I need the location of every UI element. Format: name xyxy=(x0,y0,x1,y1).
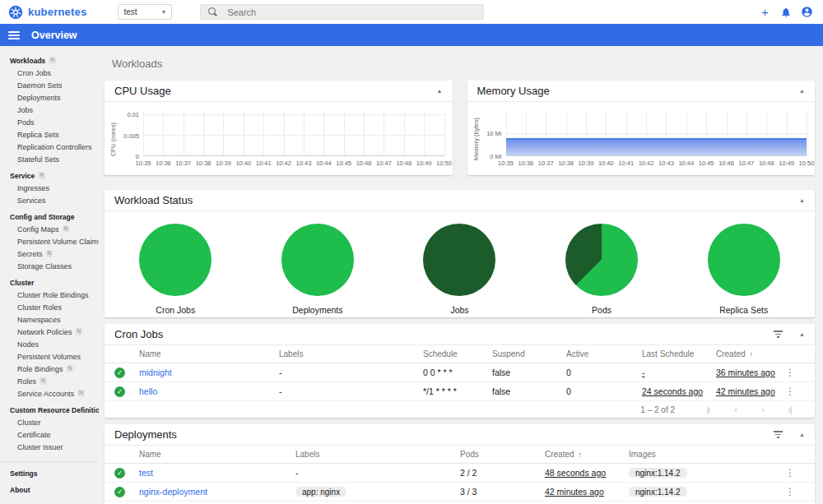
collapse-icon[interactable]: ▲ xyxy=(799,88,805,94)
sidebar-item-config-maps[interactable]: Config MapsN xyxy=(0,223,99,235)
deployments-column-pods[interactable]: Pods xyxy=(460,450,545,459)
deployments-column-name[interactable]: Name xyxy=(139,450,295,459)
sidebar-section-service[interactable]: ServiceN xyxy=(0,169,99,182)
collapse-icon[interactable]: ▲ xyxy=(437,88,443,94)
sidebar-item-stateful-sets[interactable]: Stateful Sets xyxy=(0,153,99,165)
deployments-column-created[interactable]: Created↑ xyxy=(545,450,629,459)
sidebar-item-replica-sets[interactable]: Replica Sets xyxy=(0,128,99,141)
deployments-column-labels[interactable]: Labels xyxy=(295,450,460,459)
gridline-horizontal xyxy=(143,135,444,136)
cronjobs-column-active[interactable]: Active xyxy=(566,349,642,358)
kebab-menu-icon[interactable]: ⋮ xyxy=(785,386,795,397)
x-tick-label: 10:49 xyxy=(416,160,432,167)
x-tick-label: 10:42 xyxy=(276,160,291,167)
success-check-icon: ✓ xyxy=(114,368,125,378)
sidebar-item-about[interactable]: About xyxy=(0,483,99,496)
sidebar-section-config-and-storage[interactable]: Config and Storage xyxy=(0,210,99,223)
cronjobs-column-labels[interactable]: Labels xyxy=(279,349,423,358)
sidebar-item-jobs[interactable]: Jobs xyxy=(0,104,99,116)
resource-name-link[interactable]: hello xyxy=(139,386,157,396)
previous-page-icon[interactable]: ‹ xyxy=(722,405,749,414)
sidebar-item-secrets[interactable]: SecretsN xyxy=(0,247,99,260)
cronjobs-column-suspend[interactable]: Suspend xyxy=(492,349,566,358)
namespace-select[interactable]: test ▼ xyxy=(118,4,172,20)
sidebar-item-persistent-volumes[interactable]: Persistent Volumes xyxy=(0,350,99,363)
sidebar-item-service-accounts[interactable]: Service AccountsN xyxy=(0,387,99,400)
sidebar-item-cluster-role-bindings[interactable]: Cluster Role Bindings xyxy=(0,289,99,301)
sidebar-item-cron-jobs[interactable]: Cron Jobs xyxy=(0,67,99,79)
filter-icon[interactable] xyxy=(774,431,783,438)
gridline-vertical xyxy=(344,110,345,155)
sidebar-item-cluster[interactable]: Cluster xyxy=(0,416,99,428)
sidebar-item-replication-controllers[interactable]: Replication Controllers xyxy=(0,141,99,153)
workload-pie-replica-sets: Replica Sets xyxy=(672,224,815,315)
deployment-row-test: ✓test-2 / 248 seconds agonginx:1.14.2⋮ xyxy=(105,464,815,483)
last-page-icon[interactable]: ›| xyxy=(776,405,803,414)
y-tick-label: 0.005 xyxy=(123,132,139,139)
column-label: Name xyxy=(139,450,161,459)
sidebar-item-daemon-sets[interactable]: Daemon Sets xyxy=(0,79,99,91)
schedule-cell: */1 * * * * xyxy=(423,386,492,396)
cronjobs-column-last-schedule[interactable]: Last Schedule xyxy=(642,349,716,358)
actions-cell: ⋮ xyxy=(785,367,805,378)
collapse-icon[interactable]: ▲ xyxy=(799,197,805,203)
sidebar-item-persistent-volume-claims[interactable]: Persistent Volume ClaimsN xyxy=(0,235,99,247)
sidebar-item-ingresses[interactable]: Ingresses xyxy=(0,182,99,194)
suspend-cell: false xyxy=(492,368,566,377)
pods-cell: 2 / 2 xyxy=(460,468,545,478)
pie-label: Cron Jobs xyxy=(105,305,247,315)
created-cell: 36 minutes ago xyxy=(716,368,785,377)
filter-icon[interactable] xyxy=(774,331,783,338)
sidebar-item-deployments[interactable]: Deployments xyxy=(0,91,99,104)
sidebar-nav: WorkloadsNCron JobsDaemon SetsDeployment… xyxy=(0,46,99,504)
last-schedule-cell: 24 seconds ago xyxy=(642,386,716,396)
sidebar-section-custom-resource-definitions[interactable]: Custom Resource Definitions xyxy=(0,404,99,416)
sidebar-item-role-bindings[interactable]: Role BindingsN xyxy=(0,363,99,375)
sidebar-item-cluster-issuer[interactable]: Cluster Issuer xyxy=(0,441,99,453)
sidebar-item-roles[interactable]: RolesN xyxy=(0,375,99,387)
sidebar-divider xyxy=(0,461,99,462)
resource-name-link[interactable]: test xyxy=(139,468,153,478)
first-page-icon[interactable]: |‹ xyxy=(695,405,722,414)
created-cell: 42 minutes ago xyxy=(545,487,629,497)
sidebar-item-storage-classes[interactable]: Storage Classes xyxy=(0,260,99,272)
collapse-icon[interactable]: ▲ xyxy=(799,331,805,337)
sidebar-item-label: Nodes xyxy=(17,340,39,349)
sidebar-item-settings[interactable]: Settings xyxy=(0,467,99,479)
cronjobs-column-name[interactable]: Name xyxy=(139,349,279,358)
main-content: Workloads CPU Usage ▲ CPU (cores) 0.010.… xyxy=(99,46,823,504)
workload-pie-pods: Pods xyxy=(531,224,673,315)
deployments-column-images[interactable]: Images xyxy=(629,450,785,459)
account-user-icon[interactable] xyxy=(801,6,813,18)
sidebar-item-namespaces[interactable]: Namespaces xyxy=(0,313,99,326)
sidebar-item-nodes[interactable]: Nodes xyxy=(0,338,99,350)
sidebar-item-services[interactable]: Services xyxy=(0,194,99,206)
x-tick-label: 10:42 xyxy=(639,160,654,167)
schedule-cell: 0 0 * * * xyxy=(423,368,492,377)
sidebar-section-workloads[interactable]: WorkloadsN xyxy=(0,54,99,67)
sidebar-item-cluster-roles[interactable]: Cluster Roles xyxy=(0,301,99,313)
sidebar-section-cluster[interactable]: Cluster xyxy=(0,276,99,289)
sidebar-item-certificate[interactable]: Certificate xyxy=(0,428,99,441)
kebab-menu-icon[interactable]: ⋮ xyxy=(785,467,795,479)
status-cell: ✓ xyxy=(114,486,139,497)
kebab-menu-icon[interactable]: ⋮ xyxy=(785,367,795,378)
brand-title: kubernetes xyxy=(28,6,86,18)
menu-hamburger-icon[interactable] xyxy=(8,31,20,39)
x-tick-label: 10:46 xyxy=(356,160,372,167)
notifications-bell-icon[interactable] xyxy=(780,7,792,18)
resource-name-link[interactable]: nginx-deployment xyxy=(139,487,207,497)
search-bar[interactable] xyxy=(200,4,484,20)
sidebar-item-label: Stateful Sets xyxy=(17,155,59,164)
cronjobs-column-created[interactable]: Created↑ xyxy=(716,349,785,358)
resource-name-link[interactable]: midnight xyxy=(139,368,172,377)
cronjob-row-midnight: ✓midnight-0 0 * * *false0-36 minutes ago… xyxy=(105,363,815,382)
cronjobs-column-schedule[interactable]: Schedule xyxy=(423,349,492,358)
sidebar-item-network-policies[interactable]: Network PoliciesN xyxy=(0,326,99,338)
sidebar-item-pods[interactable]: Pods xyxy=(0,116,99,128)
create-resource-plus-icon[interactable]: + xyxy=(759,5,771,19)
next-page-icon[interactable]: › xyxy=(749,405,776,414)
collapse-icon[interactable]: ▲ xyxy=(799,432,805,437)
search-input[interactable] xyxy=(227,7,476,17)
kebab-menu-icon[interactable]: ⋮ xyxy=(785,486,795,497)
